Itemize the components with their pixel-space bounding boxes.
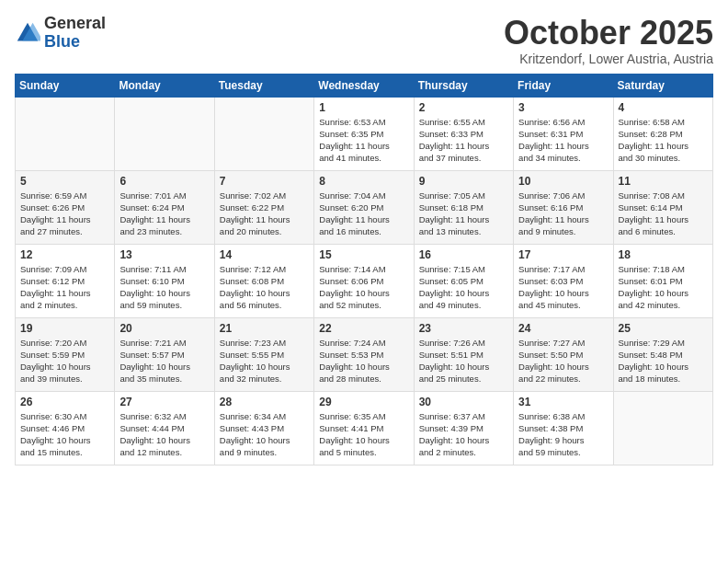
- day-number: 5: [20, 175, 109, 188]
- calendar-cell: 22Sunrise: 7:24 AM Sunset: 5:53 PM Dayli…: [314, 317, 414, 391]
- day-info: Sunrise: 6:34 AM Sunset: 4:43 PM Dayligh…: [220, 410, 309, 459]
- day-info: Sunrise: 6:58 AM Sunset: 6:28 PM Dayligh…: [619, 116, 708, 165]
- calendar-cell: 11Sunrise: 7:08 AM Sunset: 6:14 PM Dayli…: [613, 170, 712, 244]
- day-number: 26: [20, 396, 109, 408]
- day-info: Sunrise: 6:32 AM Sunset: 4:44 PM Dayligh…: [119, 410, 209, 459]
- day-number: 18: [619, 248, 708, 261]
- day-number: 6: [119, 175, 209, 188]
- day-info: Sunrise: 7:02 AM Sunset: 6:22 PM Dayligh…: [220, 190, 309, 238]
- logo-icon: [15, 20, 40, 46]
- calendar-cell: 20Sunrise: 7:21 AM Sunset: 5:57 PM Dayli…: [115, 317, 214, 391]
- day-info: Sunrise: 7:11 AM Sunset: 6:10 PM Dayligh…: [119, 263, 209, 312]
- calendar-cell: 16Sunrise: 7:15 AM Sunset: 6:05 PM Dayli…: [414, 244, 513, 317]
- calendar-cell: 15Sunrise: 7:14 AM Sunset: 6:06 PM Dayli…: [314, 244, 414, 317]
- calendar-cell: 23Sunrise: 7:26 AM Sunset: 5:51 PM Dayli…: [414, 317, 513, 391]
- day-number: 19: [20, 322, 109, 335]
- day-number: 30: [419, 396, 508, 408]
- day-info: Sunrise: 7:29 AM Sunset: 5:48 PM Dayligh…: [619, 337, 708, 385]
- day-number: 14: [220, 248, 309, 261]
- day-number: 20: [119, 322, 209, 335]
- day-number: 12: [20, 248, 109, 261]
- day-info: Sunrise: 7:12 AM Sunset: 6:08 PM Dayligh…: [220, 263, 309, 312]
- calendar-title: October 2025: [504, 15, 713, 52]
- day-number: 3: [518, 101, 608, 114]
- calendar-cell: 21Sunrise: 7:23 AM Sunset: 5:55 PM Dayli…: [214, 317, 313, 391]
- calendar-week-row: 19Sunrise: 7:20 AM Sunset: 5:59 PM Dayli…: [16, 317, 713, 391]
- calendar-cell: 19Sunrise: 7:20 AM Sunset: 5:59 PM Dayli…: [16, 317, 115, 391]
- day-info: Sunrise: 6:55 AM Sunset: 6:33 PM Dayligh…: [419, 116, 508, 165]
- day-info: Sunrise: 7:01 AM Sunset: 6:24 PM Dayligh…: [119, 190, 209, 238]
- day-info: Sunrise: 7:21 AM Sunset: 5:57 PM Dayligh…: [119, 337, 209, 385]
- calendar-cell: 12Sunrise: 7:09 AM Sunset: 6:12 PM Dayli…: [16, 244, 115, 317]
- day-info: Sunrise: 7:17 AM Sunset: 6:03 PM Dayligh…: [518, 263, 608, 312]
- day-number: 29: [319, 396, 408, 408]
- day-number: 7: [220, 175, 309, 188]
- calendar-cell: [16, 97, 115, 170]
- calendar-cell: [613, 391, 712, 465]
- calendar-week-row: 5Sunrise: 6:59 AM Sunset: 6:26 PM Daylig…: [16, 170, 713, 244]
- weekday-header-tuesday: Tuesday: [214, 74, 313, 97]
- day-info: Sunrise: 7:26 AM Sunset: 5:51 PM Dayligh…: [419, 337, 508, 385]
- day-number: 4: [619, 101, 708, 114]
- calendar-cell: [115, 97, 214, 170]
- calendar-week-row: 26Sunrise: 6:30 AM Sunset: 4:46 PM Dayli…: [16, 391, 713, 465]
- logo-general-text: General: [44, 14, 106, 32]
- day-number: 21: [220, 322, 309, 335]
- calendar-subtitle: Kritzendorf, Lower Austria, Austria: [504, 52, 713, 66]
- calendar-cell: 9Sunrise: 7:05 AM Sunset: 6:18 PM Daylig…: [414, 170, 513, 244]
- day-info: Sunrise: 6:53 AM Sunset: 6:35 PM Dayligh…: [319, 116, 408, 165]
- day-info: Sunrise: 7:05 AM Sunset: 6:18 PM Dayligh…: [419, 190, 508, 238]
- weekday-header-monday: Monday: [115, 74, 214, 97]
- day-info: Sunrise: 6:56 AM Sunset: 6:31 PM Dayligh…: [518, 116, 608, 165]
- day-number: 28: [220, 396, 309, 408]
- day-number: 31: [518, 396, 608, 408]
- calendar-cell: 30Sunrise: 6:37 AM Sunset: 4:39 PM Dayli…: [414, 391, 513, 465]
- day-info: Sunrise: 7:23 AM Sunset: 5:55 PM Dayligh…: [220, 337, 309, 385]
- calendar-cell: 3Sunrise: 6:56 AM Sunset: 6:31 PM Daylig…: [514, 97, 613, 170]
- calendar-week-row: 12Sunrise: 7:09 AM Sunset: 6:12 PM Dayli…: [16, 244, 713, 317]
- calendar-cell: 17Sunrise: 7:17 AM Sunset: 6:03 PM Dayli…: [514, 244, 613, 317]
- day-info: Sunrise: 7:18 AM Sunset: 6:01 PM Dayligh…: [619, 263, 708, 312]
- weekday-header-thursday: Thursday: [414, 74, 513, 97]
- day-number: 24: [518, 322, 608, 335]
- day-info: Sunrise: 6:30 AM Sunset: 4:46 PM Dayligh…: [20, 410, 109, 459]
- calendar-cell: [214, 97, 313, 170]
- day-info: Sunrise: 7:04 AM Sunset: 6:20 PM Dayligh…: [319, 190, 408, 238]
- calendar-cell: 31Sunrise: 6:38 AM Sunset: 4:38 PM Dayli…: [514, 391, 613, 465]
- day-number: 25: [619, 322, 708, 335]
- day-info: Sunrise: 7:08 AM Sunset: 6:14 PM Dayligh…: [619, 190, 708, 238]
- day-number: 16: [419, 248, 508, 261]
- day-info: Sunrise: 7:15 AM Sunset: 6:05 PM Dayligh…: [419, 263, 508, 312]
- day-number: 9: [419, 175, 508, 188]
- day-info: Sunrise: 6:35 AM Sunset: 4:41 PM Dayligh…: [319, 410, 408, 459]
- day-number: 2: [419, 101, 508, 114]
- day-number: 13: [119, 248, 209, 261]
- calendar-cell: 8Sunrise: 7:04 AM Sunset: 6:20 PM Daylig…: [314, 170, 414, 244]
- logo: General Blue: [15, 15, 106, 52]
- calendar-cell: 28Sunrise: 6:34 AM Sunset: 4:43 PM Dayli…: [214, 391, 313, 465]
- day-info: Sunrise: 7:24 AM Sunset: 5:53 PM Dayligh…: [319, 337, 408, 385]
- weekday-header-sunday: Sunday: [16, 74, 115, 97]
- logo-blue-text: Blue: [44, 32, 80, 51]
- day-info: Sunrise: 7:20 AM Sunset: 5:59 PM Dayligh…: [20, 337, 109, 385]
- day-number: 11: [619, 175, 708, 188]
- calendar-cell: 26Sunrise: 6:30 AM Sunset: 4:46 PM Dayli…: [16, 391, 115, 465]
- calendar-cell: 6Sunrise: 7:01 AM Sunset: 6:24 PM Daylig…: [115, 170, 214, 244]
- day-number: 1: [319, 101, 408, 114]
- day-info: Sunrise: 6:37 AM Sunset: 4:39 PM Dayligh…: [419, 410, 508, 459]
- day-number: 15: [319, 248, 408, 261]
- calendar-cell: 24Sunrise: 7:27 AM Sunset: 5:50 PM Dayli…: [514, 317, 613, 391]
- calendar-cell: 1Sunrise: 6:53 AM Sunset: 6:35 PM Daylig…: [314, 97, 414, 170]
- calendar-cell: 29Sunrise: 6:35 AM Sunset: 4:41 PM Dayli…: [314, 391, 414, 465]
- day-number: 23: [419, 322, 508, 335]
- day-info: Sunrise: 7:14 AM Sunset: 6:06 PM Dayligh…: [319, 263, 408, 312]
- weekday-header-saturday: Saturday: [613, 74, 712, 97]
- day-number: 22: [319, 322, 408, 335]
- day-number: 17: [518, 248, 608, 261]
- title-area: October 2025 Kritzendorf, Lower Austria,…: [504, 15, 713, 66]
- calendar-cell: 4Sunrise: 6:58 AM Sunset: 6:28 PM Daylig…: [613, 97, 712, 170]
- day-number: 27: [119, 396, 209, 408]
- day-info: Sunrise: 7:09 AM Sunset: 6:12 PM Dayligh…: [20, 263, 109, 312]
- calendar-cell: 25Sunrise: 7:29 AM Sunset: 5:48 PM Dayli…: [613, 317, 712, 391]
- calendar-table: SundayMondayTuesdayWednesdayThursdayFrid…: [15, 74, 713, 465]
